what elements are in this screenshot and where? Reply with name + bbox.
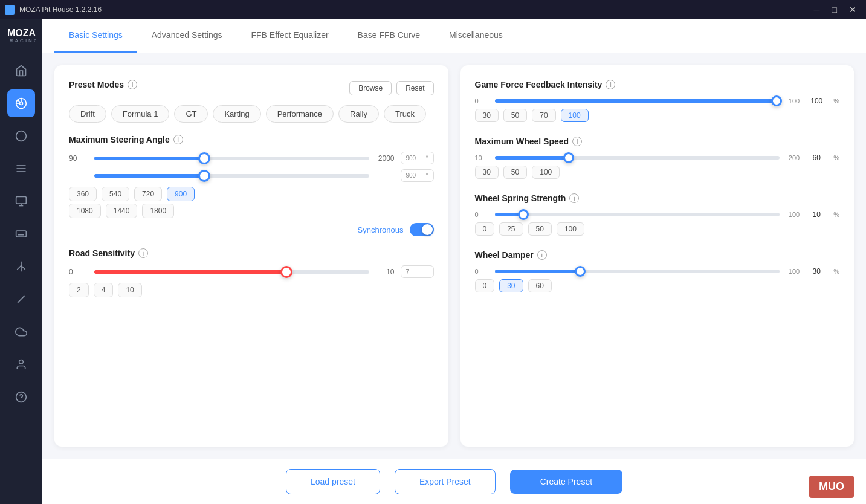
gff-title: Game Force Feedback Intensity i: [475, 80, 840, 89]
road-sensitivity-value[interactable]: 7: [401, 265, 434, 278]
road-sensitivity-track[interactable]: [94, 270, 369, 274]
mws-unit: %: [833, 154, 839, 161]
steering-preset-1800[interactable]: 1800: [142, 204, 174, 218]
minimize-button[interactable]: ─: [809, 4, 825, 16]
create-preset-button[interactable]: Create Preset: [510, 470, 622, 494]
close-button[interactable]: ✕: [844, 4, 861, 16]
sidebar-item-qa[interactable]: [7, 383, 35, 411]
road-preset-10[interactable]: 10: [118, 283, 141, 297]
steering-preset-900[interactable]: 900: [167, 187, 195, 201]
gff-preset-100[interactable]: 100: [561, 109, 589, 122]
wss-slider-row: 0 100 10 %: [475, 210, 840, 219]
gff-presets: 30 50 70 100: [475, 109, 840, 122]
wss-min: 0: [475, 211, 490, 218]
export-preset-button[interactable]: Export Preset: [395, 469, 496, 494]
sidebar-item-keyboard[interactable]: [7, 220, 35, 248]
sidebar-item-pedal[interactable]: [7, 253, 35, 280]
gff-info-icon[interactable]: i: [606, 80, 615, 89]
road-sensitivity-presets: 2 4 10: [69, 283, 434, 297]
watermark: MUO: [809, 476, 854, 498]
mws-info-icon[interactable]: i: [572, 137, 582, 146]
steering-preset-360[interactable]: 360: [69, 187, 97, 201]
toggle-knob: [422, 224, 433, 235]
maximize-button[interactable]: □: [827, 4, 842, 16]
gff-track[interactable]: [495, 99, 780, 103]
steering-angle-value-2[interactable]: 900 °: [401, 169, 434, 182]
chip-rally[interactable]: Rally: [338, 105, 379, 123]
mws-title: Maximum Wheel Speed i: [475, 137, 840, 146]
sidebar-item-cloud[interactable]: [7, 318, 35, 346]
mws-track[interactable]: [495, 156, 780, 160]
sidebar-item-chart[interactable]: [7, 155, 35, 183]
sidebar-item-wheel[interactable]: [7, 122, 35, 150]
steering-angle-value-1[interactable]: 900 °: [401, 152, 434, 164]
wss-preset-100[interactable]: 100: [557, 222, 584, 236]
wss-track[interactable]: [495, 213, 780, 216]
wd-preset-30[interactable]: 30: [499, 279, 523, 292]
steering-angle-track-2[interactable]: [94, 174, 369, 178]
preset-buttons: Browse Reset: [349, 81, 433, 95]
wd-preset-60[interactable]: 60: [528, 279, 552, 292]
preset-modes-section: Preset Modes i Browse Reset Drift Formul…: [69, 80, 434, 123]
titlebar-controls[interactable]: ─ □ ✕: [809, 4, 861, 16]
road-sensitivity-info-icon[interactable]: i: [138, 248, 148, 258]
browse-button[interactable]: Browse: [349, 81, 392, 95]
steering-preset-540[interactable]: 540: [102, 187, 129, 201]
tab-misc[interactable]: Miscellaneous: [435, 19, 517, 53]
sidebar-item-stick[interactable]: [7, 285, 35, 313]
titlebar: MOZA Pit House 1.2.2.16 ─ □ ✕: [0, 0, 866, 19]
wss-preset-0[interactable]: 0: [475, 222, 495, 236]
mws-slider-row: 10 200 60 %: [475, 153, 840, 162]
chip-formula1[interactable]: Formula 1: [111, 105, 170, 123]
mws-preset-50[interactable]: 50: [503, 166, 527, 179]
sidebar: MOZA RACING: [0, 19, 42, 504]
sidebar-item-steering[interactable]: [7, 89, 35, 117]
chip-truck[interactable]: Truck: [384, 105, 426, 123]
sidebar-item-display[interactable]: [7, 187, 35, 215]
tab-base-ffb[interactable]: Base FFB Curve: [343, 19, 435, 53]
wd-min: 0: [475, 268, 490, 275]
chip-gt[interactable]: GT: [174, 105, 208, 123]
road-sensitivity-max: 10: [375, 268, 395, 276]
steering-angle-info-icon[interactable]: i: [173, 135, 183, 144]
synchronous-toggle[interactable]: [410, 223, 434, 236]
tab-ffb-equalizer[interactable]: FFB Effect Equalizer: [236, 19, 343, 53]
gff-preset-70[interactable]: 70: [532, 109, 555, 122]
preset-modes-info-icon[interactable]: i: [128, 80, 137, 89]
mws-preset-100[interactable]: 100: [532, 166, 560, 179]
load-preset-button[interactable]: Load preset: [286, 469, 380, 494]
steering-preset-1440[interactable]: 1440: [106, 204, 138, 218]
reset-button[interactable]: Reset: [396, 81, 433, 95]
sidebar-item-user[interactable]: [7, 351, 35, 378]
tab-basic-settings[interactable]: Basic Settings: [54, 19, 137, 53]
steering-angle-min: 90: [69, 154, 88, 163]
mws-preset-30[interactable]: 30: [475, 166, 499, 179]
chip-karting[interactable]: Karting: [213, 105, 260, 123]
steering-preset-720[interactable]: 720: [134, 187, 162, 201]
road-preset-4[interactable]: 4: [94, 283, 114, 297]
preset-modes-header: Preset Modes i Browse Reset: [69, 80, 434, 97]
steering-angle-track-1[interactable]: [94, 157, 369, 160]
chip-performance[interactable]: Performance: [266, 105, 334, 123]
wss-info-icon[interactable]: i: [569, 193, 579, 203]
gff-section: Game Force Feedback Intensity i 0 100 10…: [475, 80, 840, 122]
wd-track[interactable]: [495, 270, 780, 273]
gff-preset-50[interactable]: 50: [503, 109, 527, 122]
sidebar-item-home[interactable]: [7, 57, 35, 85]
wss-section: Wheel Spring Strength i 0 100 10 %: [475, 193, 840, 236]
wd-info-icon[interactable]: i: [537, 250, 547, 260]
chip-drift[interactable]: Drift: [69, 105, 106, 123]
left-panel: Preset Modes i Browse Reset Drift Formul…: [54, 65, 448, 447]
wd-section: Wheel Damper i 0 100 30 % 0: [475, 250, 840, 292]
tab-bar: Basic Settings Advanced Settings FFB Eff…: [42, 19, 866, 53]
steering-preset-1080[interactable]: 1080: [69, 204, 101, 218]
gff-preset-30[interactable]: 30: [475, 109, 499, 122]
steering-angle-section: Maximum Steering Angle i 90 2000 900: [69, 135, 434, 236]
wss-preset-50[interactable]: 50: [528, 222, 552, 236]
wd-value: 30: [804, 267, 829, 276]
wss-value: 10: [804, 210, 829, 219]
tab-advanced-settings[interactable]: Advanced Settings: [137, 19, 237, 53]
wss-preset-25[interactable]: 25: [499, 222, 523, 236]
road-preset-2[interactable]: 2: [69, 283, 89, 297]
wd-preset-0[interactable]: 0: [475, 279, 495, 292]
